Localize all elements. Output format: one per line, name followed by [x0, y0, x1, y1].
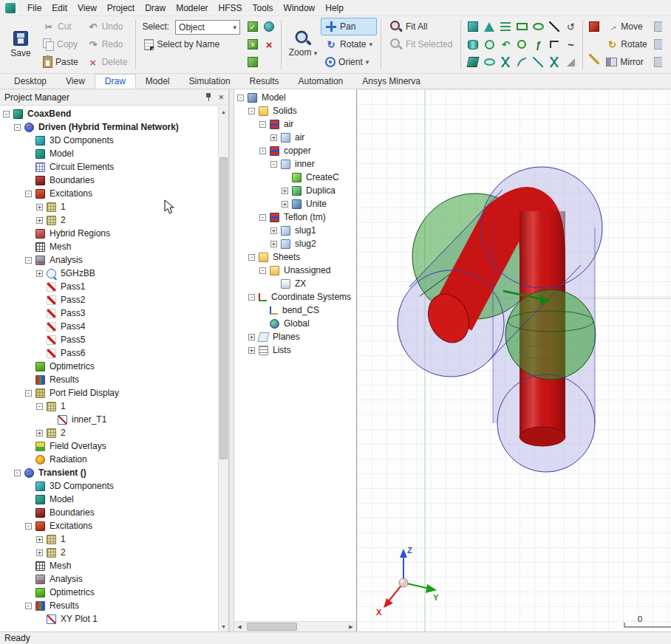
draw-circle-button[interactable] — [514, 37, 529, 52]
red-box-button[interactable] — [587, 19, 602, 34]
scroll-track[interactable] — [245, 622, 346, 631]
expand-toggle[interactable]: + — [36, 204, 43, 210]
tree-item-2[interactable]: +2 — [0, 426, 218, 439]
red-cross-button[interactable] — [262, 37, 276, 52]
collapse-toggle[interactable]: - — [237, 95, 244, 101]
menu-hfss[interactable]: HFSS — [214, 1, 248, 16]
tree-item-teflon-tm[interactable]: -Teflon (tm) — [234, 210, 356, 224]
redo-button[interactable]: Redo — [83, 35, 132, 53]
project-scrollbar[interactable]: ▲ ▼ — [218, 106, 228, 631]
draw-cylinder-button[interactable] — [466, 37, 480, 52]
collapse-toggle[interactable]: - — [25, 603, 32, 609]
fit-all-button[interactable]: Fit All — [385, 18, 457, 35]
tab-simulation[interactable]: Simulation — [180, 75, 240, 89]
tree-item-mesh[interactable]: Mesh — [0, 559, 218, 572]
tree-item-3d-components[interactable]: 3D Components — [0, 479, 218, 493]
tree-item-results[interactable]: -Results — [0, 599, 218, 612]
tree-item-1[interactable]: +1 — [0, 200, 218, 213]
zoom-button[interactable]: Zoom ▾ — [285, 18, 321, 71]
draw-segment-button[interactable] — [531, 55, 545, 69]
tree-item-unite[interactable]: +Unite — [234, 197, 356, 210]
scroll-down-arrow[interactable]: ▼ — [219, 621, 228, 631]
tree-item-driven-hybrid-terminal-network[interactable]: -Driven (Hybrid Terminal Network) — [0, 120, 218, 134]
draw-prism-button[interactable] — [466, 55, 480, 69]
scroll-right-arrow[interactable]: ▶ — [346, 622, 356, 631]
clipped-icon-button[interactable] — [652, 37, 662, 52]
tree-item-3d-components[interactable]: 3D Components — [0, 134, 218, 147]
tree-item-pass1[interactable]: Pass1 — [0, 280, 218, 293]
tree-item-radiation[interactable]: Radiation — [0, 453, 218, 466]
draw-zigzag-button[interactable] — [547, 55, 562, 69]
tree-item-air[interactable]: +air — [234, 131, 356, 144]
tree-item-bend-cs[interactable]: bend_CS — [234, 304, 356, 317]
save-button[interactable]: Save — [3, 18, 38, 71]
expand-toggle[interactable]: + — [270, 134, 277, 141]
tree-item-optimetrics[interactable]: Optimetrics — [0, 586, 218, 599]
tree-item-5ghzbb[interactable]: +5GHzBB — [0, 267, 218, 280]
tree-item-xy-plot-1[interactable]: XY Plot 1 — [0, 612, 218, 626]
tab-ansys-minerva[interactable]: Ansys Minerva — [352, 75, 430, 89]
expand-toggle[interactable]: + — [36, 549, 43, 556]
sweep-button[interactable] — [498, 37, 513, 52]
tree-item-copper[interactable]: -copper — [234, 144, 356, 157]
tree-item-slug2[interactable]: +slug2 — [234, 237, 356, 250]
collapse-toggle[interactable]: - — [14, 470, 21, 476]
draw-corner-button[interactable] — [547, 37, 562, 52]
green-sheet-button[interactable] — [245, 55, 260, 69]
scroll-thumb[interactable] — [219, 157, 228, 460]
tree-item-1[interactable]: +1 — [0, 532, 218, 546]
rotate-view-button[interactable]: Rotate▾ — [321, 35, 377, 53]
copy-button[interactable]: Copy — [38, 35, 83, 53]
menu-file[interactable]: File — [22, 1, 47, 16]
tree-item-2[interactable]: +2 — [0, 213, 218, 227]
expand-toggle[interactable]: + — [270, 241, 277, 247]
tree-item-hybrid-regions[interactable]: Hybrid Regions — [0, 227, 218, 240]
draw-arc-button[interactable] — [514, 55, 529, 69]
orient-button[interactable]: Orient▾ — [321, 53, 377, 71]
collapse-toggle[interactable]: - — [248, 254, 255, 261]
draw-arcline-button[interactable] — [563, 19, 578, 34]
model-tree-hscrollbar[interactable]: ◀ ▶ — [234, 621, 356, 631]
collapse-toggle[interactable]: - — [25, 390, 32, 397]
tree-item-results[interactable]: Results — [0, 373, 218, 386]
equation-curve-button[interactable] — [531, 37, 545, 52]
menu-edit[interactable]: Edit — [47, 1, 72, 16]
menu-view[interactable]: View — [72, 1, 102, 16]
tree-item-analysis[interactable]: Analysis — [0, 572, 218, 586]
teflon-slug2[interactable] — [505, 290, 596, 380]
clipped-icon-button[interactable] — [652, 55, 662, 69]
tree-item-port-field-display[interactable]: -Port Field Display — [0, 386, 218, 400]
collapse-toggle[interactable]: - — [259, 148, 266, 154]
green-cross-button[interactable] — [245, 37, 260, 52]
tree-item-solids[interactable]: -Solids — [234, 104, 356, 117]
expand-toggle[interactable]: + — [36, 536, 43, 543]
collapse-toggle[interactable]: - — [3, 111, 10, 117]
tree-item-transient[interactable]: -Transient () — [0, 466, 218, 479]
rotate-object-button[interactable]: Rotate — [602, 35, 651, 53]
clipped-icon-button[interactable] — [652, 19, 662, 34]
collapse-toggle[interactable]: - — [14, 124, 21, 131]
collapse-toggle[interactable]: - — [259, 121, 266, 128]
draw-sphere-button[interactable] — [482, 37, 497, 52]
collapse-toggle[interactable]: - — [259, 267, 266, 274]
draw-spline-button[interactable] — [563, 37, 578, 52]
tree-item-inner-t1[interactable]: inner_T1 — [0, 413, 218, 426]
tree-item-createc[interactable]: CreateC — [234, 171, 356, 184]
tree-item-2[interactable]: +2 — [0, 546, 218, 559]
tab-automation[interactable]: Automation — [289, 75, 353, 89]
tree-item-coaxbend[interactable]: -CoaxBend — [0, 107, 218, 120]
tree-item-optimetrics[interactable]: Optimetrics — [0, 360, 218, 373]
modeler-viewport[interactable]: Z Y X 0 — [356, 89, 671, 631]
tab-model[interactable]: Model — [136, 75, 180, 89]
tree-item-pass6[interactable]: Pass6 — [0, 346, 218, 360]
fit-selected-button[interactable]: Fit Selected — [385, 35, 457, 53]
tree-item-lists[interactable]: +Lists — [234, 343, 356, 357]
collapse-toggle[interactable]: - — [248, 294, 255, 301]
menu-help[interactable]: Help — [320, 1, 349, 16]
select-by-name-button[interactable]: Select by Name — [140, 35, 245, 53]
draw-polyline-button[interactable] — [498, 19, 513, 34]
tree-item-sheets[interactable]: -Sheets — [234, 250, 356, 264]
tree-item-model[interactable]: -Model — [234, 91, 356, 104]
tree-item-pass3[interactable]: Pass3 — [0, 306, 218, 320]
menu-modeler[interactable]: Modeler — [171, 1, 213, 16]
